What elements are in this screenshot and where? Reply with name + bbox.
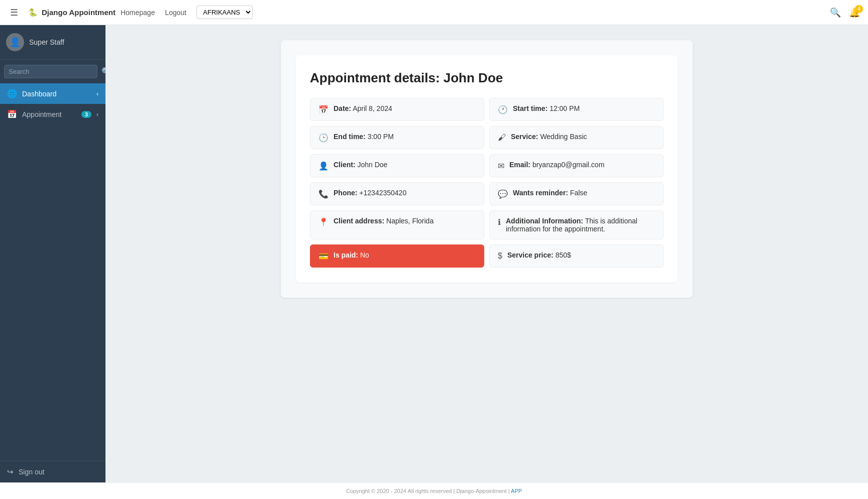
search-icon-button[interactable]: 🔍 [99,65,105,78]
address-label: Client address: [334,217,384,225]
user-name: Super Staff [29,38,64,46]
avatar-icon: 👤 [10,37,21,48]
paid-icon: 💳 [318,252,329,261]
start-time-label: Start time: [513,104,548,112]
detail-date: 📅 Date: April 8, 2024 [310,98,484,121]
detail-end-time: 🕒 End time: 3:00 PM [310,126,484,149]
date-label: Date: [334,104,351,112]
detail-phone: 📞 Phone: +12342350420 [310,182,484,205]
sidebar-user: 👤 Super Staff [0,25,105,60]
brand-title: Django Appointment [42,8,116,17]
phone-value: +12342350420 [359,189,406,197]
sidebar: 👤 Super Staff 🔍 🌐 Dashboard ‹ 📅 Appointm… [0,25,105,482]
brand: 🐍 Django Appointment [28,8,116,17]
info-icon: ℹ [498,217,501,227]
price-icon: $ [498,252,502,261]
navbar-left: ☰ 🐍 Django Appointment [8,5,116,20]
detail-grid: 📅 Date: April 8, 2024 🕐 Start time: 12:0… [310,98,664,268]
email-value: bryanzap0@gmail.com [532,161,604,169]
footer-link[interactable]: APP [511,488,522,494]
signout-item[interactable]: ↪ Sign out [0,461,105,482]
navbar: ☰ 🐍 Django Appointment Homepage Logout A… [0,0,868,25]
brand-icon: 🐍 [28,8,38,17]
client-label: Client: [334,161,356,169]
hamburger-button[interactable]: ☰ [8,5,20,20]
reminder-value: False [570,189,587,197]
appointment-icon: 📅 [7,109,17,119]
start-time-value: 12:00 PM [550,104,580,112]
sidebar-item-label-appointment: Appointment [22,110,76,118]
outer-card: Appointment details: John Doe 📅 Date: Ap… [281,40,693,298]
detail-service: 🖌 Service: Wedding Basic [489,126,664,149]
phone-label: Phone: [334,189,357,197]
logout-link[interactable]: Logout [165,9,186,17]
paid-label: Is paid: [334,251,358,259]
detail-email: ✉ Email: bryanzap0@gmail.com [489,154,664,177]
date-value: April 8, 2024 [353,104,392,112]
language-select[interactable]: AFRIKAANS ENGLISH FRENCH SPANISH [196,6,253,19]
homepage-link[interactable]: Homepage [121,9,155,17]
main-content: Appointment details: John Doe 📅 Date: Ap… [105,25,868,482]
end-time-value: 3:00 PM [368,133,394,141]
navbar-center: Homepage Logout AFRIKAANS ENGLISH FRENCH… [116,6,830,19]
signout-icon: ↪ [7,467,14,476]
search-input[interactable] [4,65,97,78]
detail-service-price: $ Service price: 850$ [489,244,664,268]
info-label: Additional Information: [506,217,583,225]
footer-text: Copyright © 2020 - 2024 All rights reser… [346,488,510,494]
end-time-label: End time: [334,133,366,141]
sidebar-item-label-dashboard: Dashboard [22,90,91,98]
detail-is-paid: 💳 Is paid: No [310,244,484,268]
client-icon: 👤 [318,161,329,171]
reminder-icon: 💬 [498,189,508,199]
sidebar-item-dashboard[interactable]: 🌐 Dashboard ‹ [0,83,105,104]
date-icon: 📅 [318,105,329,114]
email-icon: ✉ [498,161,504,171]
search-button[interactable]: 🔍 [830,7,841,18]
hamburger-icon: ☰ [10,8,18,18]
sidebar-item-appointment[interactable]: 📅 Appointment 3 ‹ [0,104,105,124]
avatar: 👤 [6,33,24,51]
price-label: Service price: [507,251,554,259]
address-value: Naples, Florida [386,217,433,225]
phone-icon: 📞 [318,189,329,199]
client-value: John Doe [357,161,387,169]
end-time-icon: 🕒 [318,133,329,143]
notification-wrapper: 🔔 4 [849,7,860,18]
detail-reminder: 💬 Wants reminder: False [489,182,664,205]
chevron-icon-appointment: ‹ [96,111,98,118]
notification-badge: 4 [855,5,863,13]
service-value: Wedding Basic [540,133,587,141]
layout: 👤 Super Staff 🔍 🌐 Dashboard ‹ 📅 Appointm… [0,25,868,482]
chevron-icon-dashboard: ‹ [96,90,98,97]
inner-card: Appointment details: John Doe 📅 Date: Ap… [296,55,678,283]
service-icon: 🖌 [498,133,506,142]
dashboard-icon: 🌐 [7,89,17,98]
address-icon: 📍 [318,217,329,227]
footer: Copyright © 2020 - 2024 All rights reser… [0,482,868,499]
start-time-icon: 🕐 [498,105,508,114]
detail-address: 📍 Client address: Naples, Florida [310,210,484,239]
paid-value: No [360,251,369,259]
reminder-label: Wants reminder: [513,189,568,197]
price-value: 850$ [556,251,571,259]
email-label: Email: [509,161,530,169]
service-label: Service: [511,133,538,141]
navbar-right: 🔍 🔔 4 [830,7,860,18]
search-wrap: 🔍 [0,60,105,83]
detail-start-time: 🕐 Start time: 12:00 PM [489,98,664,121]
sidebar-nav: 🌐 Dashboard ‹ 📅 Appointment 3 ‹ [0,83,105,461]
detail-client: 👤 Client: John Doe [310,154,484,177]
signout-label: Sign out [19,468,44,476]
detail-additional-info: ℹ Additional Information: This is additi… [489,210,664,239]
card-title: Appointment details: John Doe [310,70,664,86]
appointment-badge: 3 [81,111,91,118]
